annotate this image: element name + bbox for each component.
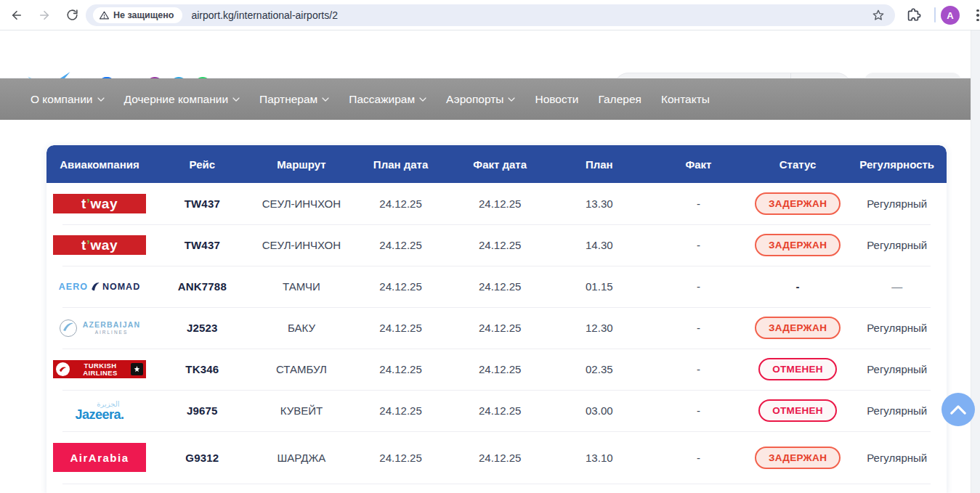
table-row: AERO NOMAD ANK7788 ТАМЧИ 24.12.25 24.12.…	[46, 266, 947, 307]
nav-item-label: Партнерам	[259, 93, 317, 106]
fact-time: -	[649, 239, 748, 251]
airline-logo-cell: t’way	[46, 194, 153, 213]
plan-time: 12.30	[550, 322, 649, 334]
nav-item-label: Контакты	[661, 93, 710, 106]
table-row: TURKISHAIRLINES TK346 СТАМБУЛ 24.12.25 2…	[46, 349, 947, 390]
fact-time: -	[649, 280, 748, 293]
nav-item-6[interactable]: Галерея	[598, 93, 641, 106]
scroll-to-top-button[interactable]	[941, 393, 975, 426]
plan-date: 24.12.25	[351, 452, 450, 464]
status-cell: ЗАДЕРЖАН	[748, 192, 848, 215]
flight-number: ANK7788	[153, 280, 252, 293]
turkish-airlines-logo: TURKISHAIRLINES	[53, 360, 146, 378]
plan-time: 13.30	[550, 197, 649, 210]
chevron-down-icon	[97, 97, 105, 102]
fact-date: 24.12.25	[450, 239, 550, 251]
status-cell: ОТМЕНЕН	[748, 399, 848, 422]
nav-item-label: О компании	[31, 93, 93, 106]
site-header: vpmanas@airport.kg Искать Русский	[0, 30, 980, 78]
plan-date: 24.12.25	[351, 239, 450, 251]
flight-number: TK346	[153, 363, 252, 375]
nav-item-0[interactable]: О компании	[31, 93, 105, 106]
flight-number: J2523	[153, 322, 252, 334]
airline-logo: t’way	[53, 194, 146, 213]
main-navigation: О компанииДочерние компанииПартнерамПасс…	[0, 78, 980, 120]
nav-item-5[interactable]: Новости	[535, 93, 578, 106]
fact-time: -	[649, 322, 748, 334]
airline-logo: AZERBAIJANAIRLINES	[59, 319, 141, 338]
table-row: AZERBAIJANAIRLINES J2523 БАКУ 24.12.25 2…	[46, 307, 947, 349]
url-text[interactable]: airport.kg/international-airports/2	[191, 9, 872, 21]
route: СЕУЛ-ИНЧХОН	[252, 239, 352, 251]
status-badge: ОТМЕНЕН	[758, 399, 837, 422]
nav-item-3[interactable]: Пассажирам	[349, 93, 426, 106]
nav-item-label: Новости	[535, 93, 578, 106]
flight-number: TW437	[153, 197, 252, 210]
airline-logo-cell: الجزيرة Jazeera.	[46, 401, 153, 421]
toolbar-separator	[934, 7, 936, 23]
plan-time: 13.10	[550, 452, 649, 464]
regularity: Регулярный	[847, 404, 947, 417]
airline-logo-cell: AirArabia	[46, 443, 153, 472]
regularity: Регулярный	[847, 363, 947, 375]
fact-time: -	[649, 363, 748, 375]
warning-icon	[100, 11, 109, 20]
avatar-letter: A	[947, 10, 953, 21]
nav-item-1[interactable]: Дочерние компании	[124, 93, 240, 106]
plan-date: 24.12.25	[351, 322, 450, 334]
route: ШАРДЖА	[252, 452, 352, 464]
flights-table-card: АвиакомпанияРейсМаршрутПлан датаФакт дат…	[46, 145, 947, 493]
browser-menu-icon[interactable]	[969, 7, 980, 24]
nav-item-7[interactable]: Контакты	[661, 93, 710, 106]
status-badge: ЗАДЕРЖАН	[755, 317, 841, 339]
column-header: Рейс	[153, 158, 252, 171]
chevron-down-icon	[508, 97, 515, 102]
table-header-row: АвиакомпанияРейсМаршрутПлан датаФакт дат…	[46, 145, 947, 183]
status-badge: ЗАДЕРЖАН	[755, 234, 841, 256]
airline-logo-cell: TURKISHAIRLINES	[46, 360, 153, 378]
flight-number: TW437	[153, 239, 252, 251]
security-chip[interactable]: Не защищено	[93, 7, 182, 23]
column-header: Факт дата	[450, 158, 550, 171]
status-badge: ЗАДЕРЖАН	[755, 447, 841, 469]
fact-date: 24.12.25	[450, 197, 550, 210]
status-cell: -	[748, 280, 848, 293]
airline-logo: AirArabia	[53, 443, 146, 472]
bookmark-star-icon[interactable]	[872, 9, 885, 22]
status-badge: -	[796, 280, 800, 293]
route: СТАМБУЛ	[252, 363, 352, 375]
status-cell: ЗАДЕРЖАН	[748, 317, 848, 339]
column-header: Регулярность	[847, 158, 947, 171]
address-bar[interactable]: Не защищено airport.kg/international-air…	[86, 4, 895, 26]
browser-back-button[interactable]	[6, 4, 28, 26]
tway-logo: t’way	[53, 235, 146, 255]
route: КУВЕЙТ	[252, 404, 352, 417]
route: ТАМЧИ	[252, 280, 352, 293]
regularity: Регулярный	[847, 322, 947, 334]
chevron-down-icon	[419, 97, 426, 102]
airline-logo: TURKISHAIRLINES	[53, 360, 146, 378]
table-row-partial	[46, 484, 947, 493]
azerbaijan-airlines-logo: AZERBAIJANAIRLINES	[59, 319, 141, 338]
airline-logo-cell: AZERBAIJANAIRLINES	[46, 319, 153, 338]
route: БАКУ	[252, 322, 352, 334]
extensions-icon[interactable]	[905, 7, 921, 25]
plan-date: 24.12.25	[351, 280, 450, 293]
nav-item-4[interactable]: Аэропорты	[446, 93, 515, 106]
chevron-down-icon	[232, 97, 240, 102]
page-scrollbar[interactable]	[971, 30, 980, 493]
nav-item-label: Пассажирам	[349, 93, 415, 106]
plan-time: 14.30	[550, 239, 649, 251]
column-header: План дата	[351, 158, 450, 171]
nav-item-2[interactable]: Партнерам	[259, 93, 329, 106]
airline-logo-cell: AERO NOMAD	[46, 281, 153, 293]
table-row: AirArabia G9312 ШАРДЖА 24.12.25 24.12.25…	[46, 431, 947, 484]
airline-logo-cell: t’way	[46, 235, 153, 255]
column-header: Авиакомпания	[46, 158, 153, 171]
browser-reload-button[interactable]	[61, 4, 83, 26]
profile-avatar[interactable]: A	[941, 6, 960, 25]
browser-forward-button[interactable]	[33, 4, 55, 26]
column-header: План	[550, 158, 649, 171]
airline-logo: t’way	[53, 235, 146, 255]
flight-number: G9312	[153, 452, 252, 464]
